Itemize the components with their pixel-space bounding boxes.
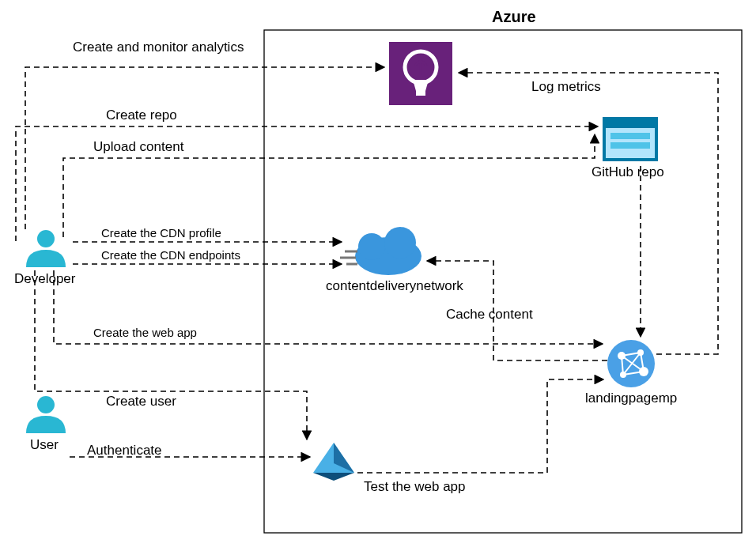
cdn-label: contentdeliverynetwork (326, 278, 463, 294)
svg-point-16 (607, 340, 655, 387)
edge-cache-content: Cache content (446, 307, 533, 323)
user-icon (0, 0, 756, 551)
github-repo-label: GitHub repo (592, 164, 664, 180)
developer-label: Developer (14, 271, 76, 287)
svg-point-2 (37, 396, 55, 413)
azure-boundary (0, 0, 756, 551)
diagram-canvas: Azure Developer User (0, 0, 756, 551)
svg-rect-3 (389, 42, 452, 105)
cdn-icon (0, 0, 756, 551)
svg-point-4 (405, 51, 437, 83)
webapp-icon (0, 0, 756, 551)
edge-log-metrics: Log metrics (531, 79, 601, 95)
edge-create-cdn-endpoints: Create the CDN endpoints (101, 248, 240, 262)
svg-point-1 (37, 230, 55, 247)
svg-point-18 (637, 349, 644, 356)
svg-marker-21 (313, 443, 354, 473)
edge-create-user: Create user (106, 394, 176, 409)
svg-point-17 (618, 352, 626, 360)
github-repo-icon (0, 0, 756, 551)
svg-point-12 (384, 227, 416, 259)
edge-create-web-app: Create the web app (93, 326, 197, 339)
svg-rect-7 (606, 128, 655, 158)
developer-icon (0, 0, 756, 551)
edge-authenticate: Authenticate (87, 443, 162, 459)
webapp-label: landingpagemp (585, 391, 677, 406)
svg-marker-22 (334, 443, 354, 473)
svg-rect-9 (610, 142, 650, 149)
svg-point-10 (355, 237, 421, 275)
aad-icon (0, 0, 756, 551)
edge-upload-content: Upload content (93, 139, 183, 155)
user-label: User (30, 437, 59, 453)
svg-point-19 (639, 367, 648, 376)
edge-create-repo: Create repo (106, 108, 177, 123)
svg-point-20 (620, 372, 626, 378)
connectors (0, 0, 756, 551)
svg-rect-6 (603, 117, 658, 161)
svg-marker-23 (313, 473, 354, 481)
svg-point-11 (358, 233, 385, 260)
edge-create-monitor-analytics: Create and monitor analytics (73, 40, 244, 55)
azure-title: Azure (492, 8, 536, 26)
analytics-icon (0, 0, 756, 551)
svg-rect-5 (416, 91, 425, 96)
svg-rect-8 (610, 133, 650, 139)
edge-test-web-app: Test the web app (364, 479, 466, 495)
edge-create-cdn-profile: Create the CDN profile (101, 226, 221, 240)
